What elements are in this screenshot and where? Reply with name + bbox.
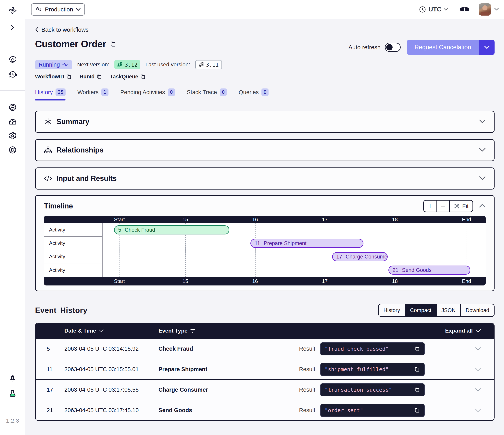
result-label: Result <box>299 407 315 414</box>
sort-by-datetime[interactable]: Date & Time <box>64 328 159 334</box>
result-code-chip[interactable]: "shipment fulfilled" <box>320 363 425 376</box>
timeline-plot: 5Check Fraud11Prepare Shipment17Charge C… <box>103 223 486 277</box>
tab-count-badge: 1 <box>101 88 108 96</box>
sidebar: 1.2.3 <box>0 0 25 435</box>
schedules-icon[interactable] <box>8 70 17 79</box>
timeline-tick-17: 17 <box>322 278 328 284</box>
lab-flask-icon[interactable] <box>8 389 17 398</box>
timeline-tick-15: 15 <box>182 278 188 284</box>
nexus-icon[interactable] <box>8 103 17 112</box>
copy-icon[interactable] <box>414 366 420 372</box>
copy-icon[interactable] <box>414 387 420 393</box>
view-mode-compact[interactable]: Compact <box>405 304 436 316</box>
event-history-row[interactable]: 11 2063-04-05 UTC 03:15:55.01 Prepare Sh… <box>36 359 494 379</box>
feedback-glasses-icon[interactable] <box>459 6 470 13</box>
next-version-label: Next version: <box>77 62 109 68</box>
rocket-icon[interactable] <box>8 374 17 383</box>
tab-bar: History 25 Workers 1 Pending Activities … <box>35 88 495 100</box>
namespace-selector[interactable]: Production <box>31 3 85 16</box>
usage-icon[interactable] <box>8 117 17 126</box>
runid-copy[interactable]: RunId <box>80 74 102 80</box>
view-mode-history[interactable]: History <box>379 304 405 316</box>
topbar: Production UTC <box>25 0 504 19</box>
section-relationships[interactable]: Relationships <box>35 139 495 161</box>
tab-stack-trace[interactable]: Stack Trace 0 <box>187 88 227 100</box>
expand-row-chevron-icon[interactable] <box>475 367 481 371</box>
expand-row-chevron-icon[interactable] <box>475 408 481 412</box>
event-history-header: Date & Time Event Type Expand all <box>36 323 494 338</box>
tab-pending-activities[interactable]: Pending Activities 0 <box>120 88 175 100</box>
request-cancelation-button[interactable]: Request Cancelation <box>407 40 479 55</box>
temporal-logo-icon[interactable] <box>8 6 17 15</box>
chevron-left-icon <box>35 27 39 33</box>
clock-icon <box>419 6 426 13</box>
timeline-tick-18: 18 <box>392 216 398 223</box>
expand-row-chevron-icon[interactable] <box>475 388 481 392</box>
tab-queries[interactable]: Queries 0 <box>239 88 269 100</box>
copy-title-icon[interactable] <box>110 41 117 47</box>
view-mode-json[interactable]: JSON <box>436 304 460 316</box>
workflowid-copy[interactable]: WorkflowID <box>35 74 72 80</box>
workflows-icon[interactable] <box>8 55 17 64</box>
auto-refresh-label: Auto refresh <box>349 44 381 51</box>
result-code-chip[interactable]: "order sent" <box>320 404 425 417</box>
tab-history[interactable]: History 25 <box>35 88 66 100</box>
tab-count-badge: 0 <box>220 88 227 96</box>
git-branch-icon <box>198 62 204 67</box>
timeline-tick-start: Start <box>114 216 125 223</box>
event-history-row[interactable]: 17 2063-04-05 UTC 03:17:05.55 Charge Con… <box>36 379 494 400</box>
expand-sidebar-icon[interactable] <box>8 23 17 32</box>
event-id: 5 <box>36 346 64 352</box>
timeline-bar-send-goods[interactable]: 21Send Goods <box>388 266 470 275</box>
user-menu-chevron-icon[interactable] <box>494 8 499 11</box>
section-summary[interactable]: Summary <box>35 111 495 133</box>
last-used-version-label: Last used version: <box>145 62 190 68</box>
copy-icon[interactable] <box>414 346 420 352</box>
settings-gear-icon[interactable] <box>8 131 17 140</box>
copy-icon <box>140 74 146 80</box>
filter-event-type[interactable]: Event Type <box>159 328 299 334</box>
user-avatar[interactable] <box>479 3 491 16</box>
collapse-timeline-icon[interactable] <box>479 204 486 209</box>
event-history-row[interactable]: 21 2063-04-05 UTC 03:17:45.10 Send Goods… <box>36 400 494 420</box>
event-datetime: 2063-04-05 UTC 03:15:55.01 <box>64 366 159 372</box>
fit-button[interactable]: Fit <box>449 201 472 212</box>
timeline-bar-prepare-shipment[interactable]: 11Prepare Shipment <box>251 239 363 248</box>
timeline-row-label: Activity <box>44 223 102 237</box>
event-type: Prepare Shipment <box>159 366 299 372</box>
timeline-bar-check-fraud[interactable]: 5Check Fraud <box>114 225 229 234</box>
copy-icon[interactable] <box>414 407 420 413</box>
timeline-row-label: Activity <box>44 263 102 277</box>
event-type: Send Goods <box>159 407 299 414</box>
filter-icon <box>190 328 195 333</box>
result-label: Result <box>299 346 315 352</box>
expand-row-chevron-icon[interactable] <box>475 347 481 351</box>
result-label: Result <box>299 387 315 393</box>
result-code-chip[interactable]: "transaction success" <box>320 383 425 396</box>
zoom-in-button[interactable]: + <box>424 201 436 212</box>
fit-expand-icon <box>454 203 460 209</box>
expand-all-button[interactable]: Expand all <box>299 328 494 334</box>
timeline-chart: Start15161718End ActivityActivityActivit… <box>44 216 486 286</box>
back-to-workflows-link[interactable]: Back to workflows <box>35 26 89 33</box>
support-icon[interactable] <box>8 145 17 155</box>
timeline-section: Timeline + − Fit <box>35 195 495 291</box>
section-input-results[interactable]: Input and Results <box>35 167 495 190</box>
zoom-out-button[interactable]: − <box>436 201 449 212</box>
view-mode-download[interactable]: Download <box>460 304 494 316</box>
event-history-row[interactable]: 5 2063-04-05 UTC 03:14:15.92 Check Fraud… <box>36 338 494 359</box>
timezone-selector[interactable]: UTC <box>419 6 448 13</box>
tab-workers[interactable]: Workers 1 <box>77 88 108 100</box>
event-type: Check Fraud <box>159 346 299 352</box>
timeline-axis-top: Start15161718End <box>44 216 486 223</box>
taskqueue-copy[interactable]: TaskQueue <box>110 74 146 80</box>
cancel-menu-button[interactable] <box>479 40 495 55</box>
event-history-table: Date & Time Event Type Expand all 5 2063… <box>35 323 495 421</box>
auto-refresh-toggle[interactable] <box>385 43 401 52</box>
timeline-bar-charge-consumer[interactable]: 17Charge Consumer <box>332 252 388 261</box>
last-used-version-badge: 3.11 <box>195 60 222 69</box>
chevron-down-icon <box>479 119 486 124</box>
result-code-chip[interactable]: "fraud check passed" <box>320 342 425 355</box>
event-id: 17 <box>36 387 64 393</box>
timezone-label: UTC <box>428 6 441 13</box>
